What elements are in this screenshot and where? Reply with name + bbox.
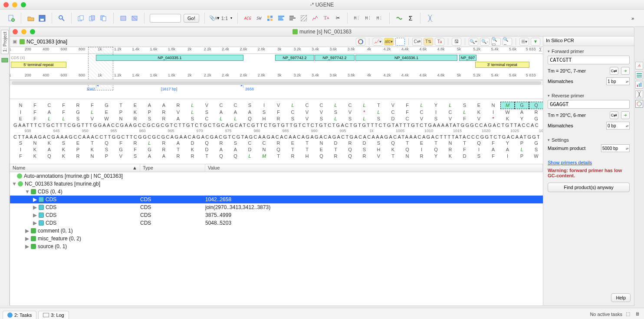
annotation-row-selected[interactable]: ▶CDS CDS 1042..2658 [10,196,543,203]
scissors-icon[interactable]: ✂︎ [333,14,342,23]
reverse-primer-header[interactable]: Reverse primer [548,93,630,98]
graphs-icon[interactable]: 📈▾ [373,38,382,46]
reverse-mismatches-spin[interactable]: 0 bp [606,122,630,130]
zoom-sel-icon[interactable]: 🔍▭ [491,38,501,46]
disclosure-icon[interactable]: ▼ [12,181,16,187]
disclosure-icon[interactable]: ▶ [33,196,37,203]
toolbar-overflow-icon[interactable]: » [628,14,637,23]
collapse-seq-icon[interactable]: ▣ [13,39,17,44]
feature-5prime-terminal-repeat[interactable]: 5' terminal repeat [11,62,66,68]
browse-primer-button[interactable]: ➜ [621,67,630,75]
disclosure-icon[interactable]: ▶ [33,220,37,226]
max-product-spin[interactable]: 5000 bp [601,144,630,152]
overview-features[interactable]: 5' terminal repeat NP_040335.1 NP_597742… [10,54,543,73]
sequence-detail-panel[interactable]: NFCFRFGTEAARLVCCSIVLCCLCLTVFLYLSENMGQTVT… [10,99,543,164]
doc-zoom-button[interactable] [30,29,35,34]
options-arrow-icon[interactable]: ▼ [531,38,540,46]
reverse-complement-button[interactable]: C⇄ [610,111,618,119]
disclosure-icon[interactable]: ▶ [25,243,29,249]
disclosure-icon[interactable]: ▶ [33,204,37,210]
save-icon[interactable] [38,14,46,23]
settings-header[interactable]: Settings [548,137,630,143]
find-products-button[interactable]: Find product(s) anyway [548,183,630,192]
disclosure-icon[interactable]: ▶ [33,212,37,218]
tasks-status-icon[interactable]: ⬚ [626,311,632,317]
views-menu-icon[interactable]: ☰▾ [519,38,529,46]
tool-a-icon[interactable] [119,14,128,23]
go-button[interactable]: Go! [184,14,199,23]
annotation-row[interactable]: ▶CDS CDS 5048..5203 [10,219,543,227]
browse-primer-button[interactable]: ➜ [621,111,630,119]
feature-np-597742-2b[interactable]: NP_597742.2 [315,55,355,61]
msa1-icon[interactable]: M⋮ [353,14,361,23]
open-icon[interactable] [26,14,35,23]
reverse-complement-button[interactable]: C⇄ [610,67,618,75]
annotations-rows[interactable]: Auto-annotations [murine.gb | NC_001363]… [10,172,543,306]
col-name[interactable]: Name ▲ [10,164,140,172]
zoom-in-icon[interactable]: 🔍+ [469,38,478,46]
annotation-row[interactable]: ▶source (0, 1) [10,243,543,250]
translate-t-icon[interactable]: T⇅ [424,38,433,46]
col-type[interactable]: Type [140,164,205,172]
help-button[interactable]: Help [611,293,631,302]
complement-c-icon[interactable]: C⇄ [412,38,422,46]
msa2-icon[interactable]: M⋮ [364,14,373,23]
tool-b-icon[interactable] [130,14,139,23]
annotation-row[interactable]: ▶CDS CDS 3875..4999 [10,211,543,219]
overview-ruler-bottom[interactable]: 12004006008001k1.2k1.4k1.6k1.8k2k2.2k2.4… [10,73,543,80]
align2-icon[interactable] [288,14,297,23]
disclosure-icon[interactable]: ▶ [25,236,29,242]
doc-close-button[interactable] [13,29,18,34]
graph-icon[interactable] [311,14,319,23]
annotation-row[interactable]: ▶misc_feature (0, 2) [10,235,543,243]
new-doc-icon[interactable] [7,14,16,23]
feature-np-597[interactable]: NP_597 [459,55,476,61]
notifications-icon[interactable]: 🗎 [635,311,641,317]
align1-icon[interactable] [277,14,286,23]
circular-view-icon[interactable] [356,38,365,46]
dna-helix-icon[interactable] [426,14,434,23]
rail-icon-1[interactable] [1,56,8,63]
annotation-row[interactable]: ▶CDS CDS join(2970..3413,3412..3873) [10,203,543,211]
rtab-stats-icon[interactable] [635,81,643,89]
acg-icon[interactable]: ACG [243,14,252,23]
feature-np-040335-1[interactable]: NP_040335.1 [96,55,243,61]
zoom-window-button[interactable] [21,2,26,7]
doc-minimize-button[interactable] [21,29,26,34]
sigma-icon[interactable]: Σ [406,14,415,23]
rtab-helix-icon[interactable] [635,90,643,98]
msa3-icon[interactable]: M⋮ [375,14,384,23]
annotation-row[interactable]: ▶comment (0, 1) [10,227,543,235]
find-icon[interactable] [57,14,66,23]
feature-np-040336-1[interactable]: NP_040336.1 [355,55,457,61]
minimize-window-button[interactable] [12,2,17,7]
hatch-icon[interactable] [299,14,308,23]
forward-mismatches-spin[interactable]: 1 bp [606,77,630,85]
toolbar-search-input[interactable] [150,14,181,23]
copy-icon[interactable] [77,14,85,23]
sw-icon[interactable]: SW [254,14,263,23]
select-region-icon[interactable] [395,38,405,46]
annotations-header[interactable]: Name ▲ Type Value [10,164,543,172]
overview-scrollbar[interactable] [10,80,543,85]
log-tab[interactable]: 3: Log [38,311,69,319]
text-format-icon[interactable]: Ta [435,38,444,46]
zoom-out-icon[interactable]: 🔍- [480,38,490,46]
disclosure-icon[interactable]: ▼ [25,189,29,195]
rtab-acg-icon[interactable]: A [635,62,643,70]
cut-icon[interactable] [99,14,108,23]
feature-3prime-terminal-repeat[interactable]: 3' terminal repeat [475,62,529,68]
forward-primer-header[interactable]: Forward primer [548,49,630,54]
text-t-icon[interactable]: TA [322,14,331,23]
reverse-primer-input[interactable] [548,100,630,109]
attach-icon[interactable]: 📎1▾ [210,14,219,23]
close-window-button[interactable] [3,2,9,7]
pattern-icon[interactable] [266,14,274,23]
show-primers-details-link[interactable]: Show primers details [548,160,592,165]
disclosure-icon[interactable]: ▶ [25,228,29,234]
rtab-ann-icon[interactable] [635,71,643,79]
project-tab[interactable]: 1: Project [1,30,9,54]
primer-icon[interactable] [395,14,404,23]
tasks-tab[interactable]: 2: Tasks [3,311,36,319]
paste-icon[interactable] [88,14,97,23]
